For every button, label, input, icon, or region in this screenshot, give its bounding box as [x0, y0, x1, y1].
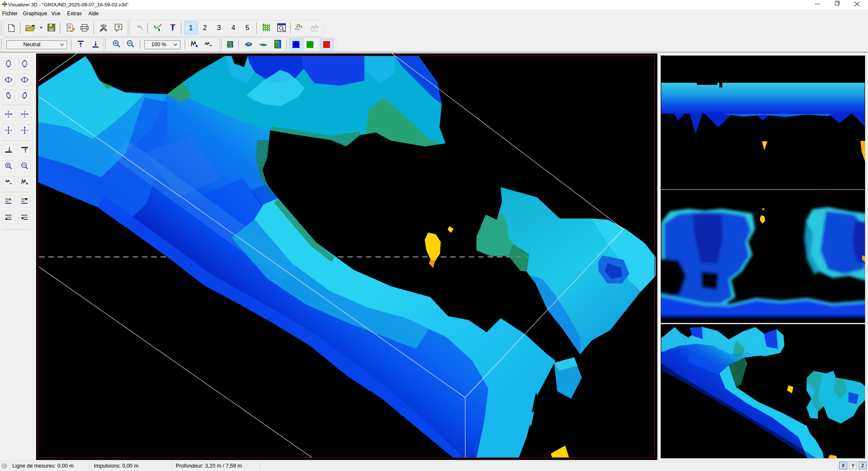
svg-text:?: ?: [117, 25, 120, 30]
